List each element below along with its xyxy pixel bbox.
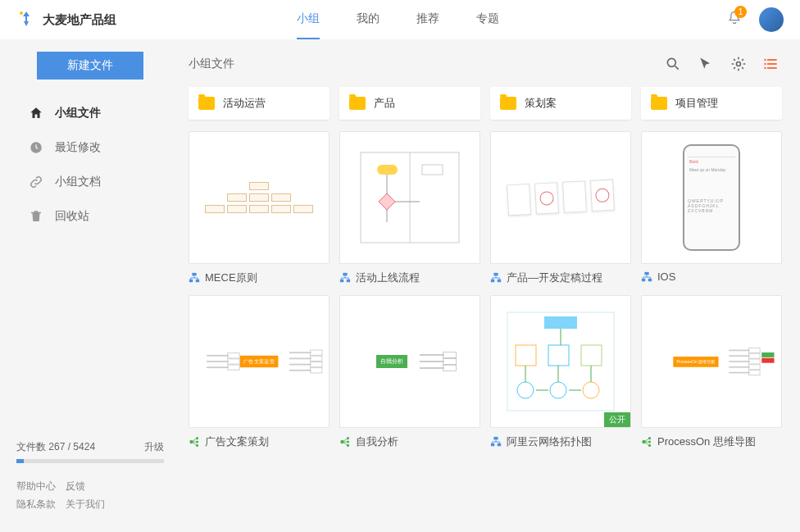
privacy-link[interactable]: 隐私条款	[16, 498, 56, 512]
tab-group[interactable]: 小组	[297, 0, 320, 39]
feedback-link[interactable]: 反馈	[66, 480, 85, 493]
file-name: 广告文案策划	[205, 434, 269, 449]
file-card[interactable]: 活动上线流程	[339, 131, 480, 285]
folders-grid: 活动运营产品策划案项目管理	[189, 87, 780, 120]
file-card[interactable]: ProcessOn 思维导图ProcessOn 思维导图	[641, 295, 782, 449]
file-card[interactable]: MECE原则	[189, 131, 330, 285]
file-thumbnail	[189, 131, 330, 264]
file-thumbnail: 自我分析	[339, 295, 480, 428]
tab-topic[interactable]: 专题	[476, 0, 499, 39]
svg-point-31	[347, 437, 349, 439]
folder-icon	[651, 97, 667, 110]
help-link[interactable]: 帮助中心	[16, 480, 56, 493]
sidebar-item-label: 回收站	[55, 209, 89, 224]
sidebar-item-trash[interactable]: 回收站	[12, 199, 168, 234]
svg-point-40	[550, 382, 566, 398]
svg-point-26	[189, 440, 193, 443]
svg-point-3	[737, 62, 741, 66]
file-card[interactable]: 广告文案运营广告文案策划	[189, 295, 330, 449]
svg-marker-14	[379, 193, 395, 210]
file-name: 阿里云网络拓扑图	[507, 434, 592, 449]
file-name: ProcessOn 思维导图	[657, 434, 756, 449]
svg-point-28	[196, 440, 198, 443]
upgrade-link[interactable]: 升级	[144, 440, 164, 454]
file-card[interactable]: BackMeet up on MondayQWERTYUIOPASDFGHJKL…	[641, 131, 782, 285]
folder-name: 项目管理	[675, 96, 718, 111]
app-title: 大麦地产品组	[43, 12, 116, 28]
sidebar-item-label: 小组文档	[55, 175, 101, 189]
svg-rect-15	[343, 273, 347, 276]
content: 小组文件 活动运营产品策划案项目管理 MECE原则活动上线流程产品—开发定稿过程…	[168, 39, 800, 532]
svg-point-39	[517, 382, 534, 398]
sidebar-item-recent[interactable]: 最近修改	[12, 130, 168, 165]
logo[interactable]: 大麦地产品组	[16, 10, 116, 30]
svg-rect-20	[493, 273, 498, 276]
folder-icon	[500, 97, 516, 110]
svg-rect-35	[544, 316, 577, 329]
sidebar-item-group-files[interactable]: 小组文件	[12, 96, 168, 130]
svg-point-48	[648, 444, 651, 447]
svg-rect-7	[192, 273, 196, 276]
breadcrumb: 小组文件	[189, 57, 234, 71]
svg-point-46	[648, 437, 651, 439]
svg-point-32	[347, 440, 349, 443]
svg-point-19	[596, 189, 610, 202]
tab-recommend[interactable]: 推荐	[416, 0, 439, 39]
svg-point-18	[540, 191, 554, 205]
sidebar: 新建文件 小组文件 最近修改 小组文档 回收站 文件数 267 / 5424 升…	[0, 39, 168, 532]
sidebar-item-docs[interactable]: 小组文档	[12, 165, 168, 199]
svg-point-4	[764, 59, 766, 61]
svg-point-0	[20, 11, 23, 15]
notifications-button[interactable]: 1	[726, 10, 743, 30]
file-thumbnail	[490, 131, 631, 264]
sidebar-item-label: 最近修改	[55, 140, 101, 155]
svg-rect-36	[516, 345, 536, 366]
svg-rect-37	[548, 345, 569, 366]
file-name: MECE原则	[205, 271, 257, 285]
folder-item[interactable]: 活动运营	[189, 87, 330, 120]
flowchart-icon	[490, 272, 502, 284]
svg-rect-9	[196, 280, 199, 283]
main: 新建文件 小组文件 最近修改 小组文档 回收站 文件数 267 / 5424 升…	[0, 39, 800, 532]
new-file-button[interactable]: 新建文件	[37, 52, 143, 80]
sidebar-item-label: 小组文件	[55, 106, 101, 120]
file-thumbnail: 广告文案运营	[189, 295, 330, 428]
svg-rect-12	[377, 165, 398, 175]
sidebar-footer: 文件数 267 / 5424 升级 帮助中心 反馈 隐私条款 关于我们	[12, 432, 168, 532]
svg-point-41	[583, 382, 599, 398]
tab-mine[interactable]: 我的	[357, 0, 380, 39]
toolbar	[665, 56, 780, 72]
folder-item[interactable]: 产品	[339, 87, 480, 120]
flowchart-icon	[490, 436, 502, 448]
folder-item[interactable]: 项目管理	[641, 87, 782, 120]
file-card[interactable]: 产品—开发定稿过程	[490, 131, 631, 285]
cursor-icon[interactable]	[698, 56, 714, 72]
search-icon[interactable]	[665, 56, 681, 72]
gear-icon[interactable]	[730, 56, 747, 72]
svg-point-47	[648, 440, 651, 443]
file-thumbnail: BackMeet up on MondayQWERTYUIOPASDFGHJKL…	[641, 131, 782, 264]
flowchart-icon	[641, 271, 652, 283]
file-name: IOS	[657, 271, 675, 283]
file-thumbnail: ProcessOn 思维导图	[641, 295, 782, 428]
svg-rect-43	[491, 443, 494, 447]
svg-rect-44	[498, 443, 501, 447]
folder-item[interactable]: 策划案	[490, 87, 631, 120]
logo-icon	[16, 10, 36, 30]
svg-point-45	[642, 440, 645, 443]
svg-rect-8	[189, 280, 193, 283]
nav-tabs: 小组 我的 推荐 专题	[297, 0, 499, 39]
mindmap-icon	[641, 436, 652, 448]
avatar[interactable]	[759, 7, 784, 32]
file-name: 自我分析	[356, 434, 398, 449]
mindmap-icon	[339, 436, 351, 448]
file-card[interactable]: 公开阿里云网络拓扑图	[490, 295, 631, 449]
svg-rect-24	[642, 278, 645, 281]
list-view-icon[interactable]	[763, 56, 780, 72]
svg-point-2	[667, 58, 675, 66]
about-link[interactable]: 关于我们	[66, 498, 105, 512]
file-card[interactable]: 自我分析自我分析	[339, 295, 480, 449]
svg-rect-38	[581, 345, 602, 366]
file-name: 活动上线流程	[356, 271, 420, 285]
svg-point-30	[340, 440, 343, 443]
